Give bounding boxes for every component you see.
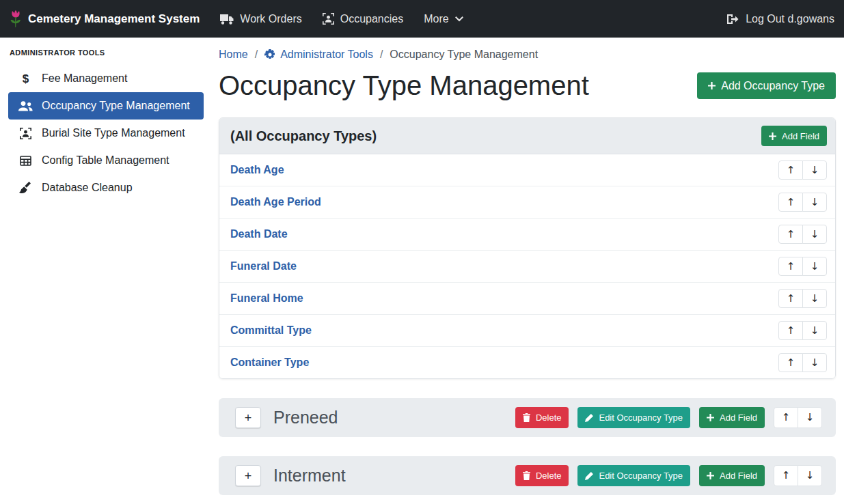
sidebar-items: $Fee ManagementOccupancy Type Management… [8,65,204,201]
plus-icon [769,132,776,140]
occupancy-icon [323,13,334,25]
sidebar-item-label: Fee Management [42,72,127,85]
sidebar-item-occupancy-type-management[interactable]: Occupancy Type Management [8,92,204,120]
logout-icon [727,14,739,25]
nav-work-orders[interactable]: Work Orders [220,13,301,25]
reorder-group: ↑ ↓ [778,353,827,372]
users-icon [18,101,33,111]
add-field-button[interactable]: Add Field [761,126,827,146]
arrow-up-icon: ↑ [787,197,795,208]
nav-occupancies[interactable]: Occupancies [323,13,404,25]
arrow-down-icon: ↓ [811,165,819,176]
plus-icon: + [245,412,252,424]
brand[interactable]: Cemetery Management System [10,10,200,28]
expand-button[interactable]: + [235,407,261,428]
reorder-group: ↑ ↓ [778,321,827,340]
breadcrumb-home-link[interactable]: Home [219,48,248,61]
plus-icon [707,414,714,421]
table-icon [18,156,33,166]
field-link[interactable]: Committal Type [230,324,312,337]
sidebar: Administrator Tools $Fee ManagementOccup… [0,38,210,504]
add-field-button[interactable]: Add Field [699,407,765,428]
move-down-button[interactable]: ↓ [802,225,827,244]
nav-more[interactable]: More [424,13,463,25]
reorder-group: ↑ ↓ [778,289,827,308]
move-up-button[interactable]: ↑ [778,193,803,212]
move-down-button[interactable]: ↓ [802,257,827,276]
add-field-label: Add Field [782,131,819,141]
all-occupancy-types-title: (All Occupancy Types) [230,128,377,144]
breadcrumb: Home / Administrator Tools / Occupancy T… [219,48,836,61]
add-field-label: Add Field [720,412,757,423]
sidebar-item-database-cleanup[interactable]: Database Cleanup [8,174,204,201]
edit-occupancy-type-button[interactable]: Edit Occupancy Type [577,465,690,486]
breadcrumb-admin-tools-label: Administrator Tools [280,48,373,61]
logout-link[interactable]: Log Out d.gowans [727,13,834,25]
move-down-button[interactable]: ↓ [798,465,822,486]
main-content: Home / Administrator Tools / Occupancy T… [210,38,844,504]
delete-button[interactable]: Delete [515,407,569,428]
reorder-group: ↑ ↓ [774,407,822,428]
field-row: Committal Type ↑ ↓ [219,314,835,346]
page-title: Occupancy Type Management [219,70,589,101]
move-up-button[interactable]: ↑ [774,465,798,486]
arrow-up-icon: ↑ [782,471,791,481]
move-up-button[interactable]: ↑ [778,225,803,244]
move-down-button[interactable]: ↓ [802,193,827,212]
arrow-up-icon: ↑ [787,165,795,176]
truck-icon [220,14,234,25]
move-up-button[interactable]: ↑ [778,321,803,340]
expand-button[interactable]: + [235,465,261,486]
breadcrumb-admin-tools-link[interactable]: Administrator Tools [264,48,373,61]
reorder-group: ↑ ↓ [778,160,827,180]
chevron-down-icon [455,16,463,22]
broom-icon [18,182,33,194]
arrow-up-icon: ↑ [787,358,795,368]
move-up-button[interactable]: ↑ [778,257,803,276]
field-row: Funeral Date ↑ ↓ [219,250,835,282]
arrow-up-icon: ↑ [787,294,795,304]
brand-title: Cemetery Management System [28,12,200,26]
field-link[interactable]: Death Age Period [230,196,321,208]
field-link[interactable]: Container Type [230,356,309,369]
field-row: Death Date ↑ ↓ [219,218,835,250]
sidebar-item-fee-management[interactable]: $Fee Management [8,65,204,92]
field-link[interactable]: Death Date [230,228,288,240]
plus-icon [707,472,714,479]
trash-icon [523,413,530,422]
move-down-button[interactable]: ↓ [802,160,827,180]
move-down-button[interactable]: ↓ [802,353,827,372]
move-down-button[interactable]: ↓ [798,407,822,428]
section-title: Interment [271,466,346,486]
field-row: Death Age ↑ ↓ [219,154,835,186]
move-down-button[interactable]: ↓ [802,289,827,308]
move-up-button[interactable]: ↑ [778,353,803,372]
occupancy-type-section-interment: + Interment Delete Edit Occupancy Type A… [219,456,836,495]
field-link[interactable]: Funeral Date [230,260,297,272]
edit-occupancy-type-button[interactable]: Edit Occupancy Type [577,407,690,428]
section-title: Preneed [271,408,338,428]
move-down-button[interactable]: ↓ [802,321,827,340]
add-occupancy-type-button[interactable]: Add Occupancy Type [697,72,836,99]
field-link[interactable]: Funeral Home [230,292,303,305]
arrow-up-icon: ↑ [782,412,791,423]
add-field-button[interactable]: Add Field [699,465,765,486]
delete-button[interactable]: Delete [515,465,569,486]
reorder-group: ↑ ↓ [778,193,827,212]
sidebar-item-config-table-management[interactable]: Config Table Management [8,147,204,174]
nav-occupancies-label: Occupancies [340,13,404,25]
nav-more-label: More [424,13,448,25]
arrow-down-icon: ↓ [811,294,819,304]
sidebar-item-burial-site-type-management[interactable]: Burial Site Type Management [8,120,204,147]
occupancy-type-section-preneed: + Preneed Delete Edit Occupancy Type Add… [219,398,836,437]
trash-icon [523,471,530,480]
breadcrumb-separator: / [380,48,383,61]
move-up-button[interactable]: ↑ [774,407,798,428]
move-up-button[interactable]: ↑ [778,160,803,180]
arrow-down-icon: ↓ [811,197,819,208]
reorder-group: ↑ ↓ [774,465,822,486]
move-up-button[interactable]: ↑ [778,289,803,308]
plus-icon: + [245,470,252,482]
field-link[interactable]: Death Age [230,164,284,176]
field-list: Death Age ↑ ↓ Death Age Period ↑ ↓ Death… [219,154,835,378]
